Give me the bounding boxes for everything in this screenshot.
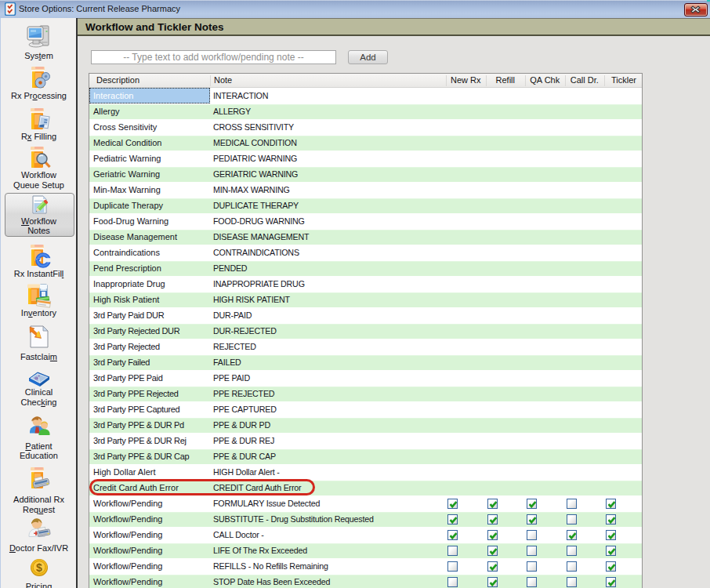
svg-text:$: $ bbox=[36, 561, 42, 574]
